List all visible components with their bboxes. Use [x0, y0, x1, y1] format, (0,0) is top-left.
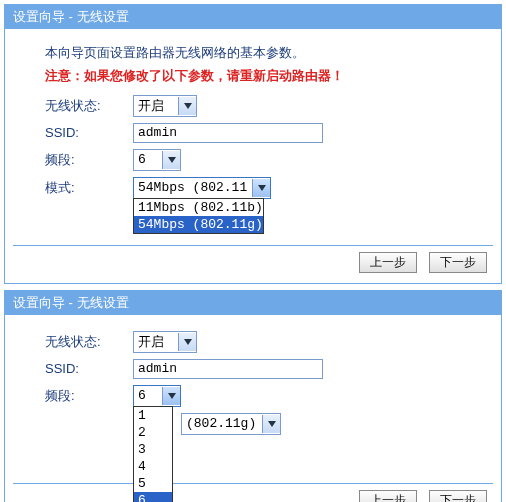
- row-wireless-state: 无线状态:: [45, 331, 501, 353]
- label-channel: 频段:: [45, 387, 133, 405]
- button-bar: 上一步 下一步: [5, 490, 487, 503]
- wireless-state-select[interactable]: [133, 95, 197, 117]
- row-wireless-state: 无线状态:: [45, 95, 501, 117]
- chevron-down-icon[interactable]: [252, 179, 270, 197]
- mode-select-partial[interactable]: [181, 413, 281, 435]
- svg-marker-2: [258, 185, 266, 191]
- svg-marker-3: [184, 339, 192, 345]
- svg-marker-4: [168, 393, 176, 399]
- svg-marker-5: [268, 421, 276, 427]
- chevron-down-icon[interactable]: [178, 97, 196, 115]
- channel-option[interactable]: 1: [134, 407, 172, 424]
- wizard-panel-2: 设置向导 - 无线设置 无线状态: SSID: 频段: 123456789101…: [4, 290, 502, 503]
- channel-option[interactable]: 5: [134, 475, 172, 492]
- prev-button[interactable]: 上一步: [359, 490, 417, 503]
- row-channel: 频段:: [45, 149, 501, 171]
- row-mode: [181, 413, 501, 435]
- row-ssid: SSID:: [45, 359, 501, 379]
- svg-marker-0: [184, 103, 192, 109]
- label-mode: 模式:: [45, 179, 133, 197]
- channel-option[interactable]: 6: [134, 492, 172, 503]
- row-channel: 频段: 12345678910111213: [45, 385, 501, 407]
- chevron-down-icon[interactable]: [262, 415, 280, 433]
- mode-partial-value[interactable]: [182, 415, 262, 433]
- button-bar: 上一步 下一步: [5, 252, 487, 273]
- divider: [13, 245, 493, 246]
- wireless-state-value[interactable]: [134, 333, 178, 351]
- panel-title: 设置向导 - 无线设置: [5, 291, 501, 315]
- mode-select[interactable]: [133, 177, 271, 199]
- warning-text: 注意：如果您修改了以下参数，请重新启动路由器！: [45, 67, 477, 85]
- channel-option[interactable]: 4: [134, 458, 172, 475]
- label-ssid: SSID:: [45, 361, 133, 376]
- ssid-input[interactable]: [133, 123, 323, 143]
- prev-button[interactable]: 上一步: [359, 252, 417, 273]
- label-wireless-state: 无线状态:: [45, 97, 133, 115]
- ssid-input[interactable]: [133, 359, 323, 379]
- channel-option[interactable]: 2: [134, 424, 172, 441]
- panel-title: 设置向导 - 无线设置: [5, 5, 501, 29]
- row-mode: 模式: 11Mbps (802.11b)54Mbps (802.11g): [45, 177, 501, 199]
- divider: [13, 483, 493, 484]
- mode-dropdown[interactable]: 11Mbps (802.11b)54Mbps (802.11g): [133, 198, 264, 234]
- row-ssid: SSID:: [45, 123, 501, 143]
- label-wireless-state: 无线状态:: [45, 333, 133, 351]
- wizard-panel-1: 设置向导 - 无线设置 本向导页面设置路由器无线网络的基本参数。 注意：如果您修…: [4, 4, 502, 284]
- label-ssid: SSID:: [45, 125, 133, 140]
- mode-option[interactable]: 54Mbps (802.11g): [134, 216, 263, 233]
- channel-value[interactable]: [134, 151, 162, 169]
- next-button[interactable]: 下一步: [429, 490, 487, 503]
- chevron-down-icon[interactable]: [178, 333, 196, 351]
- channel-value[interactable]: [134, 387, 162, 405]
- svg-marker-1: [168, 157, 176, 163]
- channel-select[interactable]: [133, 149, 181, 171]
- wireless-state-value[interactable]: [134, 97, 178, 115]
- chevron-down-icon[interactable]: [162, 151, 180, 169]
- wireless-state-select[interactable]: [133, 331, 197, 353]
- channel-dropdown[interactable]: 12345678910111213: [133, 406, 173, 503]
- label-channel: 频段:: [45, 151, 133, 169]
- chevron-down-icon[interactable]: [162, 387, 180, 405]
- intro-text: 本向导页面设置路由器无线网络的基本参数。: [45, 43, 477, 63]
- channel-option[interactable]: 3: [134, 441, 172, 458]
- mode-value[interactable]: [134, 179, 252, 197]
- mode-option[interactable]: 11Mbps (802.11b): [134, 199, 263, 216]
- next-button[interactable]: 下一步: [429, 252, 487, 273]
- channel-select[interactable]: [133, 385, 181, 407]
